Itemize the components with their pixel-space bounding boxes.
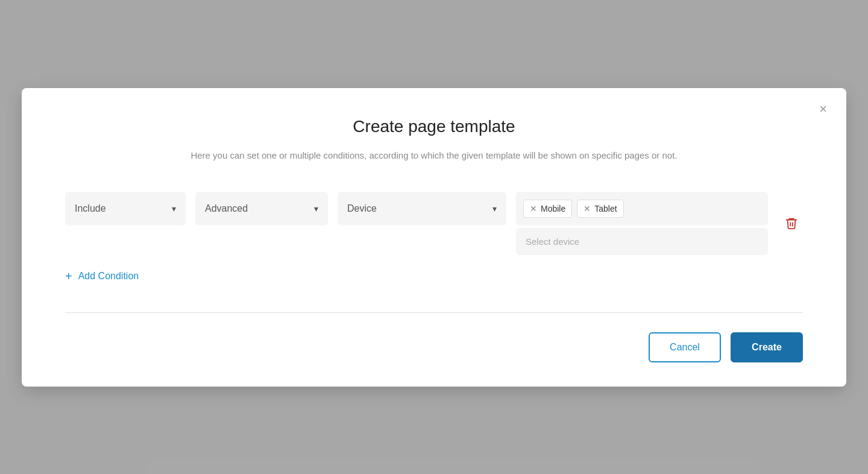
- tag-tablet-label: Tablet: [594, 204, 617, 213]
- chevron-down-icon: ▾: [492, 204, 497, 213]
- condition-row: Include ▾ Advanced ▾ Device ▾ ✕ Mobile: [65, 192, 803, 255]
- tag-mobile: ✕ Mobile: [523, 200, 572, 218]
- modal-dialog: × Create page template Here you can set …: [22, 88, 846, 387]
- trash-icon: [785, 215, 798, 231]
- select-device-dropdown[interactable]: Select device: [516, 228, 768, 255]
- device-label: Device: [347, 203, 377, 214]
- tag-tablet: ✕ Tablet: [577, 200, 623, 218]
- close-button[interactable]: ×: [814, 100, 832, 118]
- create-button[interactable]: Create: [731, 332, 803, 362]
- close-icon: ×: [819, 101, 827, 116]
- advanced-dropdown[interactable]: Advanced ▾: [195, 192, 328, 226]
- delete-condition-button[interactable]: [780, 210, 803, 236]
- select-device-placeholder: Select device: [526, 236, 579, 247]
- modal-description: Here you can set one or multiple conditi…: [65, 148, 803, 163]
- plus-icon: +: [65, 270, 72, 283]
- close-icon: ✕: [530, 204, 537, 213]
- modal-title: Create page template: [65, 117, 803, 136]
- footer-actions: Cancel Create: [65, 332, 803, 362]
- tags-selected-area: ✕ Mobile ✕ Tablet: [516, 192, 768, 226]
- close-icon: ✕: [583, 204, 591, 213]
- divider: [65, 312, 803, 313]
- include-dropdown[interactable]: Include ▾: [65, 192, 186, 226]
- tag-mobile-label: Mobile: [541, 204, 565, 213]
- tags-container: ✕ Mobile ✕ Tablet Select device: [516, 192, 768, 255]
- device-dropdown[interactable]: Device ▾: [338, 192, 506, 226]
- cancel-button[interactable]: Cancel: [649, 332, 721, 362]
- add-condition-button[interactable]: + Add Condition: [65, 265, 139, 288]
- modal-overlay: × Create page template Here you can set …: [0, 0, 868, 474]
- chevron-down-icon: ▾: [172, 204, 176, 213]
- remove-tablet-tag-button[interactable]: ✕: [583, 204, 591, 213]
- add-condition-label: Add Condition: [78, 271, 139, 282]
- chevron-down-icon: ▾: [314, 204, 318, 213]
- advanced-label: Advanced: [205, 203, 248, 214]
- include-label: Include: [75, 203, 106, 214]
- remove-mobile-tag-button[interactable]: ✕: [530, 204, 537, 213]
